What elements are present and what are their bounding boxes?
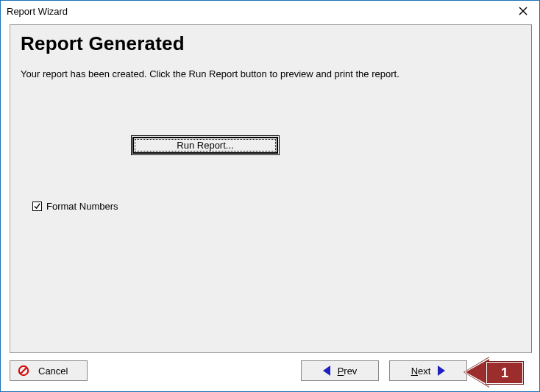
run-report-button[interactable]: Run Report... [132,137,278,154]
title-bar: Report Wizard [1,1,539,21]
format-numbers-checkbox[interactable] [32,202,42,211]
chevron-right-icon [438,366,445,376]
step-callout: 1 [466,359,523,385]
cancel-label: Cancel [38,366,68,377]
next-button[interactable]: Next [389,360,467,381]
cancel-icon [18,365,29,377]
svg-line-3 [21,368,26,374]
chevron-left-icon [323,366,330,376]
close-button[interactable] [507,1,539,21]
window-title: Report Wizard [7,6,68,17]
close-icon [519,7,527,15]
step-number: 1 [486,362,523,384]
prev-button[interactable]: Prev [301,360,379,381]
instruction-text: Your report has been created. Click the … [21,68,521,79]
format-numbers-label: Format Numbers [46,201,118,212]
page-heading: Report Generated [21,32,521,55]
content-panel: Report Generated Your report has been cr… [10,24,532,353]
next-label: Next [411,366,431,377]
checkmark-icon [34,203,40,210]
cancel-button[interactable]: Cancel [10,360,88,381]
button-row: Cancel Prev Next Finish [10,359,532,384]
wizard-window: Report Wizard Report Generated Your repo… [0,0,540,392]
format-numbers-row[interactable]: Format Numbers [32,201,521,212]
prev-label: Prev [338,366,358,377]
